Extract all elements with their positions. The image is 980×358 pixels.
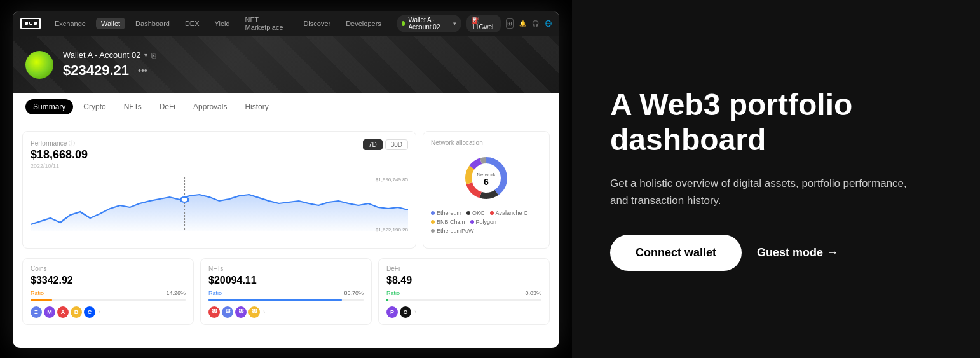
coin-icon-bnb: B bbox=[71, 306, 82, 318]
tab-approvals[interactable]: Approvals bbox=[186, 99, 235, 114]
tabs-bar: Summary Crypto NFTs DeFi Approvals Histo… bbox=[13, 93, 559, 121]
nav-tab-dex[interactable]: DEX bbox=[180, 18, 205, 29]
nav-tab-exchange[interactable]: Exchange bbox=[50, 18, 91, 29]
chart-container: $1,996,749.85 bbox=[31, 177, 408, 240]
nav-tab-discover[interactable]: Discover bbox=[298, 18, 336, 29]
nft-icon-4: 🖼 bbox=[248, 306, 260, 318]
nft-icon-3: 🖼 bbox=[235, 306, 247, 318]
defi-ratio-pct: 0.03% bbox=[525, 290, 541, 296]
coins-chevron-icon[interactable]: › bbox=[99, 308, 100, 315]
bell-icon[interactable]: 🔔 bbox=[519, 18, 526, 29]
defi-card: DeFi $8.49 Ratio 0.03% P O › bbox=[378, 258, 550, 325]
coins-ratio-pct: 14.26% bbox=[166, 290, 186, 296]
performance-value: $18,668.09 bbox=[31, 148, 88, 162]
coin-icon-avax: A bbox=[57, 306, 69, 318]
coins-card: Coins $3342.92 Ratio 14.26% Ξ M A B C › bbox=[22, 258, 194, 325]
defi-value: $8.49 bbox=[386, 275, 541, 286]
nft-icon-2: 🖼 bbox=[222, 306, 233, 318]
tab-nfts[interactable]: NFTs bbox=[116, 99, 149, 114]
legend-ethereum: Ethereum bbox=[431, 210, 461, 216]
legend-dot-ethpow bbox=[431, 229, 435, 233]
chart-max-label: $1,996,749.85 bbox=[376, 177, 408, 182]
chart-min-label: $1,622,190.28 bbox=[376, 227, 408, 233]
tab-summary[interactable]: Summary bbox=[25, 99, 73, 114]
wallet-indicator[interactable]: Wallet A · Account 02 ▾ bbox=[397, 15, 462, 32]
network-label: Network allocation bbox=[431, 139, 541, 146]
hero-title: A Web3 portfolio dashboard bbox=[610, 87, 942, 157]
coin-icon-matic: M bbox=[44, 306, 55, 318]
gas-badge: ⛽ 11Gwei bbox=[466, 15, 501, 32]
coins-ratio-bar bbox=[31, 299, 52, 301]
tab-history[interactable]: History bbox=[237, 99, 276, 114]
nav-tab-developers[interactable]: Developers bbox=[341, 18, 386, 29]
copy-icon[interactable]: ⎘ bbox=[151, 52, 156, 59]
arrow-icon: → bbox=[827, 246, 838, 259]
account-info: Wallet A - Account 02 ▾ ⎘ $23429.21 ••• bbox=[63, 50, 156, 79]
legend-dot-bnb bbox=[431, 220, 435, 224]
bottom-cards: Coins $3342.92 Ratio 14.26% Ξ M A B C › bbox=[13, 258, 559, 333]
coin-icon-eth: Ξ bbox=[31, 306, 42, 318]
gas-value: 11Gwei bbox=[472, 24, 493, 31]
headset-icon[interactable]: 🎧 bbox=[531, 18, 539, 29]
grid-icon[interactable]: ⊞ bbox=[506, 18, 514, 29]
donut-chart-svg: Network 6 bbox=[461, 153, 512, 203]
performance-chart-section: Performance ⓘ $18,668.09 2022/10/11 7D 3… bbox=[22, 131, 416, 249]
nfts-ratio-pct: 85.70% bbox=[344, 290, 364, 296]
okx-logo bbox=[20, 18, 41, 29]
main-content: Performance ⓘ $18,668.09 2022/10/11 7D 3… bbox=[13, 121, 559, 258]
legend-dot-ethereum bbox=[431, 211, 435, 215]
nav-tab-nft[interactable]: NFT Marketplace bbox=[240, 14, 294, 33]
legend-label-ethereum: Ethereum bbox=[437, 210, 461, 216]
globe-icon[interactable]: 🌐 bbox=[544, 18, 552, 29]
wallet-name-nav: Wallet A · Account 02 bbox=[408, 17, 450, 31]
nfts-ratio-label: Ratio bbox=[208, 290, 222, 296]
network-allocation-section: Network allocation bbox=[423, 131, 550, 249]
performance-label: Performance bbox=[31, 140, 67, 147]
nfts-value: $20094.11 bbox=[208, 275, 364, 286]
hero-subtitle: Get a holistic overview of digital asset… bbox=[610, 175, 915, 209]
defi-ratio-bar bbox=[386, 299, 388, 301]
nfts-label: NFTs bbox=[208, 265, 364, 272]
nft-icon-1: 🖼 bbox=[208, 306, 220, 318]
legend-label-avalanche: Avalanche C bbox=[496, 210, 528, 216]
donut-chart-container: Network 6 bbox=[431, 153, 541, 203]
legend-label-ethpow: EthereumPoW bbox=[437, 228, 474, 234]
nav-bar: Exchange Wallet Dashboard DEX Yield NFT … bbox=[13, 11, 559, 36]
legend-bnb: BNB Chain bbox=[431, 219, 465, 225]
tab-defi[interactable]: DeFi bbox=[152, 99, 183, 114]
legend-avalanche: Avalanche C bbox=[490, 210, 528, 216]
defi-icon-1: P bbox=[386, 306, 398, 318]
nfts-chevron-icon[interactable]: › bbox=[263, 308, 265, 315]
coins-label: Coins bbox=[31, 265, 186, 272]
account-chevron-icon[interactable]: ▾ bbox=[144, 52, 147, 59]
guest-mode-button[interactable]: Guest mode → bbox=[757, 246, 838, 259]
legend-label-okc: OKC bbox=[472, 210, 485, 216]
defi-chevron-icon[interactable]: › bbox=[414, 308, 416, 315]
legend-dot-okc bbox=[466, 211, 470, 215]
defi-ratio-label: Ratio bbox=[386, 290, 400, 296]
legend-dot-polygon bbox=[470, 220, 474, 224]
legend-polygon: Polygon bbox=[470, 219, 497, 225]
legend-label-bnb: BNB Chain bbox=[437, 219, 465, 225]
performance-date: 2022/10/11 bbox=[31, 163, 88, 169]
account-header: Wallet A - Account 02 ▾ ⎘ $23429.21 ••• bbox=[13, 36, 559, 93]
defi-label: DeFi bbox=[386, 265, 541, 272]
defi-icon-2: O bbox=[400, 306, 411, 318]
more-options-icon[interactable]: ••• bbox=[138, 65, 147, 76]
nfts-card: NFTs $20094.11 Ratio 85.70% 🖼 🖼 🖼 🖼 › bbox=[200, 258, 372, 325]
legend-okc: OKC bbox=[466, 210, 485, 216]
nav-tab-yield[interactable]: Yield bbox=[210, 18, 235, 29]
svg-point-1 bbox=[180, 197, 189, 202]
legend-ethpow: EthereumPoW bbox=[431, 228, 474, 234]
time-btn-30d[interactable]: 30D bbox=[385, 139, 408, 150]
right-panel: A Web3 portfolio dashboard Get a holisti… bbox=[572, 0, 980, 358]
app-window: Exchange Wallet Dashboard DEX Yield NFT … bbox=[13, 11, 559, 348]
connect-wallet-button[interactable]: Connect wallet bbox=[610, 235, 742, 271]
legend-dot-avalanche bbox=[490, 211, 494, 215]
nav-tab-wallet[interactable]: Wallet bbox=[96, 18, 125, 29]
donut-center-value: 6 bbox=[484, 177, 489, 187]
nav-tab-dashboard[interactable]: Dashboard bbox=[130, 18, 175, 29]
time-btn-7d[interactable]: 7D bbox=[363, 139, 383, 150]
cta-row: Connect wallet Guest mode → bbox=[610, 235, 942, 271]
tab-crypto[interactable]: Crypto bbox=[76, 99, 113, 114]
